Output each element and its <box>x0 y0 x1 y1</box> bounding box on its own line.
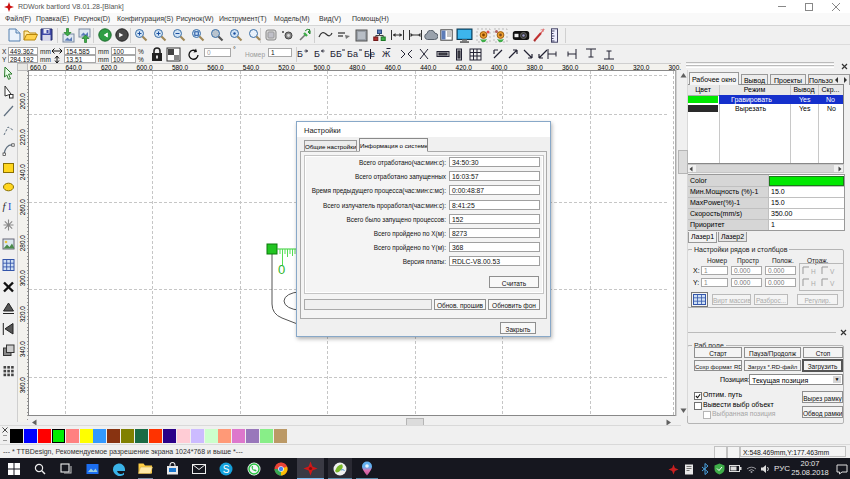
svg-text:0: 0 <box>278 262 285 277</box>
svg-text:ББ: ББ <box>330 49 342 59</box>
svg-text:V: V <box>830 268 835 275</box>
svg-text:Н: Н <box>811 280 816 287</box>
svg-text:Бе: Бе <box>364 49 375 59</box>
svg-text:S: S <box>223 464 230 475</box>
svg-text:Ба: Ба <box>347 49 358 59</box>
svg-text:Ж: Ж <box>382 49 391 59</box>
svg-text:Б: Б <box>314 49 320 59</box>
svg-text:V: V <box>830 280 835 287</box>
svg-text:Б: Б <box>297 49 303 59</box>
svg-text:f: f <box>3 200 8 212</box>
svg-text:I: I <box>8 201 11 212</box>
svg-text:Н: Н <box>811 268 816 275</box>
